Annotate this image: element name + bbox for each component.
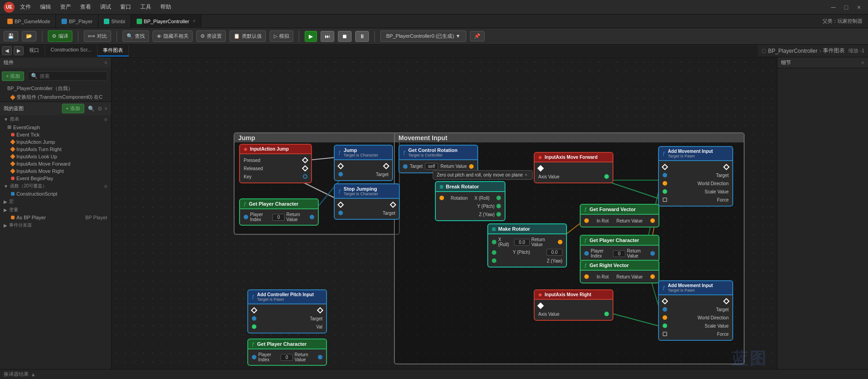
step-button[interactable]: ⏭ bbox=[321, 31, 334, 42]
tab-gamemode[interactable]: BP_GameMode bbox=[2, 15, 56, 28]
bottom-bar-expand[interactable]: ▲ bbox=[31, 371, 36, 378]
pause-button[interactable]: ⏸ bbox=[355, 31, 369, 42]
player-index-row3: Player Index 0 Return Value bbox=[248, 351, 326, 363]
tab-shinbi[interactable]: Shinbi bbox=[98, 15, 131, 28]
functions-section[interactable]: ▼ 函数（20可覆盖） ⊕ bbox=[0, 182, 111, 190]
add-movement-input-2-node[interactable]: ƒ Add Movement Input Target is Pawn Targ… bbox=[658, 280, 733, 341]
variables-section[interactable]: ▶ 变量 bbox=[0, 206, 111, 214]
detail-close[interactable]: × bbox=[861, 60, 864, 66]
menu-tools[interactable]: 工具 bbox=[137, 1, 155, 13]
components-close[interactable]: × bbox=[104, 60, 107, 66]
transform-icon bbox=[10, 95, 15, 100]
tree-inputaxis-lookup[interactable]: InputAxis Look Up bbox=[0, 153, 111, 160]
menu-edit[interactable]: 编辑 bbox=[36, 1, 55, 13]
inputaxis-moveright-node[interactable]: ◆ InputAxis Move Right Axis Value bbox=[534, 289, 613, 321]
var-icon bbox=[11, 216, 15, 219]
ami1-scale-pin bbox=[663, 189, 667, 194]
compile-button[interactable]: ⚙ 编译 bbox=[48, 30, 72, 42]
menu-help[interactable]: 帮助 bbox=[157, 1, 175, 13]
get-player-char-2-node[interactable]: ƒ Get Player Character Player Index 0 Re… bbox=[580, 235, 659, 262]
tab-playercontroller[interactable]: BP_PlayerController × bbox=[131, 15, 202, 28]
gear-icon[interactable]: ⚙ bbox=[97, 106, 102, 112]
tab-eventgraph[interactable]: 事件图表 bbox=[97, 45, 129, 56]
func-icon6: ƒ bbox=[584, 238, 587, 243]
class-defaults-button[interactable]: 📋 类默认值 bbox=[230, 30, 266, 42]
hide-icon: 👁 bbox=[157, 34, 162, 39]
compare-button[interactable]: ⟺ 对比 bbox=[84, 30, 111, 42]
get-player-char-1-node[interactable]: ƒ Get Player Character Player Index 0 Re… bbox=[239, 198, 319, 226]
tree-event-tick[interactable]: Event Tick bbox=[0, 131, 111, 138]
inputaxis-moveforward-node[interactable]: ◆ InputAxis Move Forward Axis Value bbox=[534, 152, 613, 183]
stop-jumping-node[interactable]: ƒ Stop Jumping Target is Character Targe… bbox=[334, 183, 400, 220]
tree-inputaction-jump[interactable]: InputAction Jump bbox=[0, 138, 111, 146]
class-settings-button[interactable]: ⚙ 类设置 bbox=[196, 30, 226, 42]
component-search-input[interactable] bbox=[40, 73, 104, 79]
menu-view[interactable]: 查看 bbox=[77, 1, 95, 13]
tree-inputaxis-moveforward[interactable]: InputAxis Move Forward bbox=[0, 160, 111, 167]
get-control-rotation-node[interactable]: ƒ Get Control Rotation Target is Control… bbox=[398, 145, 478, 173]
get-player-char-3-node[interactable]: ƒ Get Player Character Player Index 0 Re… bbox=[247, 339, 327, 366]
add-blueprint-button[interactable]: + 添加 bbox=[62, 104, 84, 113]
graphs-add-icon[interactable]: ⊕ bbox=[104, 117, 107, 122]
tab-construction[interactable]: Construction Scr... bbox=[45, 45, 97, 56]
minimize-button[interactable]: ─ bbox=[828, 2, 839, 13]
tree-inputaxis-turnright[interactable]: InputAxis Turn Right bbox=[0, 146, 111, 153]
get-right-vector-node[interactable]: ƒ Get Right Vector In Rot Return Value bbox=[580, 260, 659, 283]
graphs-section[interactable]: ▼ 图表 ⊕ bbox=[0, 115, 111, 123]
tree-variable-asplayer[interactable]: As BP Player BP Player bbox=[0, 214, 111, 221]
tree-construction-script[interactable]: ConstructionScript bbox=[0, 190, 111, 197]
add-movement-1-header: ƒ Add Movement Input Target is Pawn bbox=[658, 146, 733, 160]
breadcrumb-icon: ⬡ bbox=[761, 48, 766, 54]
stop-button[interactable]: ⏹ bbox=[338, 31, 352, 42]
ami2-target-pin bbox=[663, 307, 667, 312]
breadcrumb-root[interactable]: BP_PlayerController bbox=[768, 48, 817, 54]
functions-add-icon[interactable]: ⊕ bbox=[104, 184, 107, 189]
make-rotator-node[interactable]: ⊞ Make Rotator X (Roll) 0.0 Return Value… bbox=[487, 223, 567, 268]
add-movement-1-body: Target World Direction Scale Value Force bbox=[658, 160, 733, 207]
add-controller-pitch-node[interactable]: ƒ Add Controller Pitch Input Target is P… bbox=[247, 289, 327, 334]
inputaction-jump-node[interactable]: ◆ InputAction Jump Pressed Released Key bbox=[239, 144, 312, 183]
ami2-exec-in bbox=[662, 298, 668, 304]
jump-node[interactable]: ƒ Jump Target is Character Target bbox=[334, 145, 393, 181]
stop-jumping-header: ƒ Stop Jumping Target is Character bbox=[334, 183, 400, 198]
simulate-button[interactable]: ▷ 模拟 bbox=[270, 30, 293, 42]
search-button[interactable]: 🔍 查找 bbox=[123, 30, 149, 42]
get-forward-vector-node[interactable]: ƒ Get Forward Vector In Rot Return Value bbox=[580, 204, 659, 227]
tree-item-root[interactable]: BP_PlayerController（自我） bbox=[0, 84, 111, 93]
ami1-target-row: Target bbox=[659, 171, 732, 179]
instance-action-button[interactable]: 📌 bbox=[470, 31, 485, 41]
tab-viewport[interactable]: 视口 bbox=[24, 45, 45, 56]
ami1-force-row: Force bbox=[659, 196, 732, 204]
add-component-button[interactable]: + 添加 bbox=[2, 71, 24, 81]
menu-assets[interactable]: 资产 bbox=[56, 1, 75, 13]
save-button[interactable]: 💾 bbox=[4, 31, 18, 41]
breadcrumb-current[interactable]: 事件图表 bbox=[823, 47, 845, 55]
maximize-button[interactable]: □ bbox=[841, 2, 852, 13]
pitch-val-pin bbox=[252, 324, 256, 329]
nav-forward-button[interactable]: ▶ bbox=[14, 46, 24, 55]
nav-back-button[interactable]: ◀ bbox=[2, 46, 12, 55]
menu-debug[interactable]: 调试 bbox=[97, 1, 115, 13]
tree-inputaxis-moveright[interactable]: InputAxis Move Right bbox=[0, 167, 111, 175]
tree-event-beginplay[interactable]: Event BeginPlay bbox=[0, 175, 111, 182]
blueprint-close[interactable]: × bbox=[104, 106, 107, 112]
tree-item-transform[interactable]: 变换组件 (TransformComponent0) 在C bbox=[0, 93, 111, 101]
play-button[interactable]: ▶ bbox=[305, 31, 317, 42]
tab-close-button[interactable]: × bbox=[193, 19, 195, 24]
break-rotator-node[interactable]: ⊞ Break Rotator Rotation X (Roll) Y (Pit… bbox=[435, 181, 505, 221]
tree-eventgraph[interactable]: ⊞ EventGraph bbox=[0, 123, 111, 131]
close-button[interactable]: × bbox=[853, 2, 864, 13]
events-section[interactable]: ▶ 事件分发器 bbox=[0, 221, 111, 229]
browse-button[interactable]: 📂 bbox=[22, 31, 36, 41]
macros-section[interactable]: ▶ 宏 bbox=[0, 197, 111, 206]
browse-icon: 📂 bbox=[26, 33, 32, 39]
hide-unrelated-button[interactable]: 👁 隐藏不相关 bbox=[153, 30, 193, 42]
instance-selector[interactable]: BP_PlayerController0 (已生成) ▼ bbox=[380, 30, 466, 42]
pitch-val-row: Val bbox=[248, 323, 326, 331]
menu-window[interactable]: 窗口 bbox=[117, 1, 135, 13]
add-movement-input-1-node[interactable]: ƒ Add Movement Input Target is Pawn Targ… bbox=[658, 146, 733, 207]
blueprint-canvas[interactable]: Jump Movement Input ◆ InputAction Jump P… bbox=[112, 57, 777, 379]
tab-player[interactable]: BP_Player bbox=[56, 15, 98, 28]
forward-vector-body: In Rot Return Value bbox=[580, 214, 659, 227]
menu-file[interactable]: 文件 bbox=[16, 1, 35, 13]
